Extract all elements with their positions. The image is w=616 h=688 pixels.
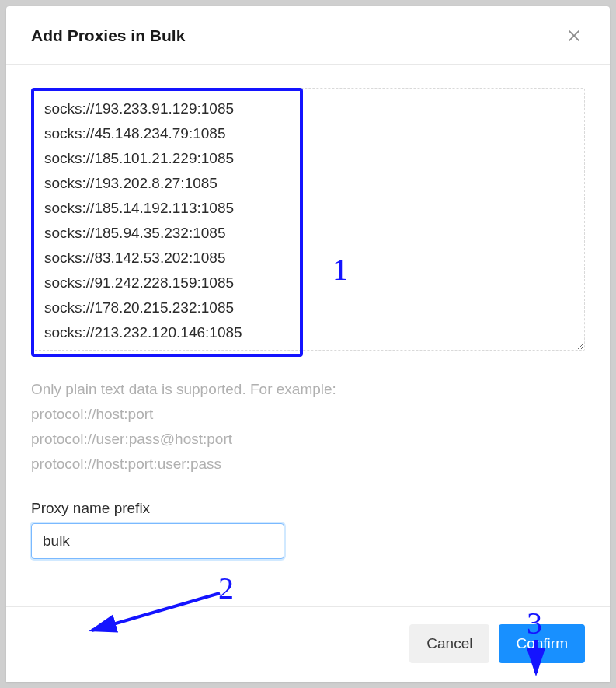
prefix-section: Proxy name prefix bbox=[31, 500, 585, 559]
modal-footer: Cancel Confirm bbox=[6, 606, 610, 682]
help-line: protocol://host:port:user:pass bbox=[31, 452, 585, 477]
close-button[interactable] bbox=[563, 25, 585, 47]
modal-body: Only plain text data is supported. For e… bbox=[6, 65, 610, 606]
prefix-input[interactable] bbox=[31, 523, 284, 559]
annotation-number-2: 2 bbox=[218, 570, 234, 606]
prefix-label: Proxy name prefix bbox=[31, 500, 585, 517]
help-line: protocol://user:pass@host:port bbox=[31, 427, 585, 452]
modal-header: Add Proxies in Bulk bbox=[6, 6, 610, 65]
close-icon bbox=[566, 27, 583, 44]
help-text-block: Only plain text data is supported. For e… bbox=[31, 377, 585, 477]
cancel-button[interactable]: Cancel bbox=[409, 624, 489, 663]
help-line: protocol://host:port bbox=[31, 402, 585, 427]
modal-dialog: Add Proxies in Bulk Only plain text data… bbox=[6, 6, 610, 682]
proxy-list-textarea[interactable] bbox=[31, 88, 585, 351]
textarea-container bbox=[31, 88, 585, 354]
confirm-button[interactable]: Confirm bbox=[499, 624, 585, 663]
help-line: Only plain text data is supported. For e… bbox=[31, 377, 585, 402]
modal-title: Add Proxies in Bulk bbox=[31, 26, 185, 45]
